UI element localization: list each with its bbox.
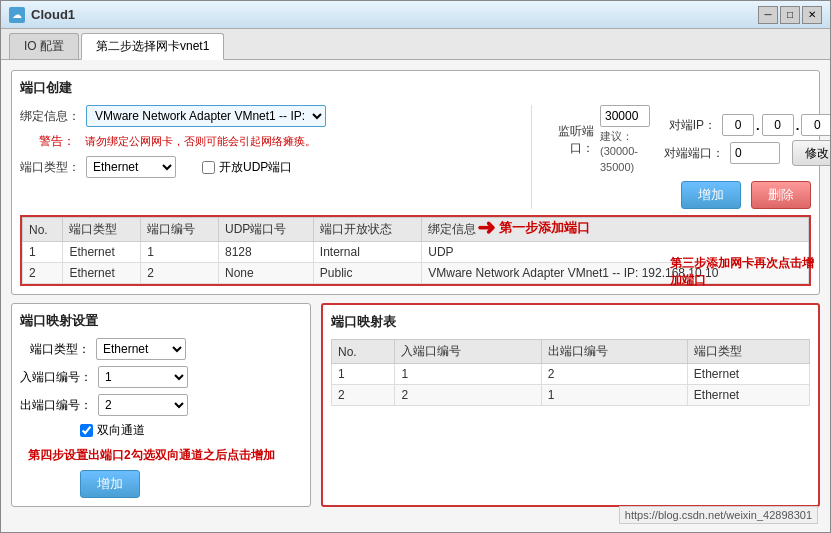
table-row[interactable]: 2 2 1 Ethernet xyxy=(332,385,810,406)
mapping-table-body: 1 1 2 Ethernet 2 2 1 Ethernet xyxy=(332,364,810,406)
warning-row: 警告： 请勿绑定公网网卡，否则可能会引起网络瘫痪。 xyxy=(20,133,521,150)
row1-status: Internal xyxy=(313,242,421,263)
watermark: https://blog.csdn.net/weixin_42898301 xyxy=(619,506,818,524)
out-port-select[interactable]: 1 2 xyxy=(98,394,188,416)
map-row1-type: Ethernet xyxy=(687,364,809,385)
main-window: ☁ Cloud1 ─ □ ✕ IO 配置 第二步选择网卡vnet1 端口创建 绑… xyxy=(0,0,831,533)
delete-port-button[interactable]: 删除 xyxy=(751,181,811,209)
add-delete-buttons: 增加 删除 xyxy=(542,181,811,209)
maximize-button[interactable]: □ xyxy=(780,6,800,24)
map-col-out: 出端口编号 xyxy=(541,340,687,364)
peer-ip-3[interactable] xyxy=(801,114,830,136)
out-port-row: 出端口编号： 1 2 xyxy=(20,394,302,416)
title-bar-left: ☁ Cloud1 xyxy=(9,7,75,23)
cloud-icon: ☁ xyxy=(9,7,25,23)
col-bind: 绑定信息 xyxy=(422,218,809,242)
minimize-button[interactable]: ─ xyxy=(758,6,778,24)
bind-select[interactable]: VMware Network Adapter VMnet1 -- IP: 192… xyxy=(86,105,326,127)
col-status: 端口开放状态 xyxy=(313,218,421,242)
port-table: No. 端口类型 端口编号 UDP端口号 端口开放状态 绑定信息 1 Ether… xyxy=(20,215,811,286)
bottom-sections: 端口映射设置 端口类型： Ethernet 入端口编号： 1 2 出端口编号： xyxy=(11,303,820,507)
port-data-table: No. 端口类型 端口编号 UDP端口号 端口开放状态 绑定信息 1 Ether… xyxy=(22,217,809,284)
map-row1-out: 2 xyxy=(541,364,687,385)
port-mapping-settings-section: 端口映射设置 端口类型： Ethernet 入端口编号： 1 2 出端口编号： xyxy=(11,303,311,507)
col-type: 端口类型 xyxy=(63,218,141,242)
listen-port-row: 监听端口： 30000 建议：(30000-35000) 对端IP： . xyxy=(542,105,811,175)
listen-port-label: 监听端口： xyxy=(542,123,594,157)
port-create-right: 监听端口： 30000 建议：(30000-35000) 对端IP： . xyxy=(531,105,811,209)
out-port-label: 出端口编号： xyxy=(20,397,92,414)
row2-status: Public xyxy=(313,263,421,284)
tab-nic[interactable]: 第二步选择网卡vnet1 xyxy=(81,33,224,60)
table-row[interactable]: 2 Ethernet 2 None Public VMware Network … xyxy=(23,263,809,284)
ip-dot-2: . xyxy=(796,118,800,133)
port-mapping-settings-title: 端口映射设置 xyxy=(20,312,302,330)
window-title: Cloud1 xyxy=(31,7,75,22)
table-row[interactable]: 1 1 2 Ethernet xyxy=(332,364,810,385)
row1-num: 1 xyxy=(141,242,219,263)
port-mapping-table-title: 端口映射表 xyxy=(331,313,810,331)
peer-ip-section: 对端IP： . . . xyxy=(664,114,830,166)
map-row1-no: 1 xyxy=(332,364,395,385)
port-mapping-data-table: No. 入端口编号 出端口编号 端口类型 1 1 2 Ethernet xyxy=(331,339,810,406)
peer-ip-inputs: . . . xyxy=(722,114,830,136)
port-type-select[interactable]: Ethernet UDP xyxy=(86,156,176,178)
row1-bind: UDP xyxy=(422,242,809,263)
listen-port-input[interactable]: 30000 xyxy=(600,105,650,127)
port-mapping-table-section: 端口映射表 No. 入端口编号 出端口编号 端口类型 1 1 xyxy=(321,303,820,507)
peer-port-input[interactable] xyxy=(730,142,780,164)
mapping-add-button[interactable]: 增加 xyxy=(80,470,140,498)
tab-bar: IO 配置 第二步选择网卡vnet1 xyxy=(1,29,830,60)
main-content: 端口创建 绑定信息： VMware Network Adapter VMnet1… xyxy=(1,60,830,532)
mapping-table-header: No. 入端口编号 出端口编号 端口类型 xyxy=(332,340,810,364)
udp-checkbox-row: 开放UDP端口 xyxy=(202,159,292,176)
listen-port-group: 30000 建议：(30000-35000) xyxy=(600,105,650,175)
map-row2-in: 2 xyxy=(395,385,541,406)
bidirect-label: 双向通道 xyxy=(97,422,145,439)
modify-button[interactable]: 修改 xyxy=(792,140,830,166)
row1-type: Ethernet xyxy=(63,242,141,263)
port-type-row: 端口类型： Ethernet UDP 开放UDP端口 xyxy=(20,156,521,178)
port-create-title: 端口创建 xyxy=(20,79,811,97)
bidirect-checkbox[interactable] xyxy=(80,424,93,437)
tab-io[interactable]: IO 配置 xyxy=(9,33,79,59)
warning-label: 警告： xyxy=(20,133,75,150)
row2-type: Ethernet xyxy=(63,263,141,284)
peer-ip-row: 对端IP： . . . xyxy=(664,114,830,136)
row2-udp: None xyxy=(219,263,314,284)
mapping-port-type-select[interactable]: Ethernet xyxy=(96,338,186,360)
peer-ip-label: 对端IP： xyxy=(664,117,716,134)
mapping-add-section: 第四步设置出端口2勾选双向通道之后点击增加 增加 xyxy=(20,443,302,498)
mapping-port-type-row: 端口类型： Ethernet xyxy=(20,338,302,360)
col-num: 端口编号 xyxy=(141,218,219,242)
peer-port-row: 对端端口： 修改 xyxy=(664,140,830,166)
step4-annotation: 第四步设置出端口2勾选双向通道之后点击增加 xyxy=(28,447,302,464)
peer-ip-1[interactable] xyxy=(722,114,754,136)
peer-ip-2[interactable] xyxy=(762,114,794,136)
map-col-type: 端口类型 xyxy=(687,340,809,364)
map-col-no: No. xyxy=(332,340,395,364)
title-bar: ☁ Cloud1 ─ □ ✕ xyxy=(1,1,830,29)
table-row[interactable]: 1 Ethernet 1 8128 Internal UDP xyxy=(23,242,809,263)
col-udp: UDP端口号 xyxy=(219,218,314,242)
warning-text: 请勿绑定公网网卡，否则可能会引起网络瘫痪。 xyxy=(85,134,316,149)
in-port-select[interactable]: 1 2 xyxy=(98,366,188,388)
port-table-body: 1 Ethernet 1 8128 Internal UDP 2 Etherne… xyxy=(23,242,809,284)
in-port-row: 入端口编号： 1 2 xyxy=(20,366,302,388)
port-create-section: 端口创建 绑定信息： VMware Network Adapter VMnet1… xyxy=(11,70,820,295)
add-port-button[interactable]: 增加 xyxy=(681,181,741,209)
close-button[interactable]: ✕ xyxy=(802,6,822,24)
udp-checkbox-label: 开放UDP端口 xyxy=(219,159,292,176)
suggest-text: 建议：(30000-35000) xyxy=(600,129,650,175)
row1-udp: 8128 xyxy=(219,242,314,263)
ip-dot-1: . xyxy=(756,118,760,133)
udp-checkbox[interactable] xyxy=(202,161,215,174)
row2-no: 2 xyxy=(23,263,63,284)
mapping-header-row: No. 入端口编号 出端口编号 端口类型 xyxy=(332,340,810,364)
port-table-header: No. 端口类型 端口编号 UDP端口号 端口开放状态 绑定信息 xyxy=(23,218,809,242)
row2-num: 2 xyxy=(141,263,219,284)
map-row1-in: 1 xyxy=(395,364,541,385)
in-port-label: 入端口编号： xyxy=(20,369,92,386)
row2-bind: VMware Network Adapter VMnet1 -- IP: 192… xyxy=(422,263,809,284)
map-row2-no: 2 xyxy=(332,385,395,406)
